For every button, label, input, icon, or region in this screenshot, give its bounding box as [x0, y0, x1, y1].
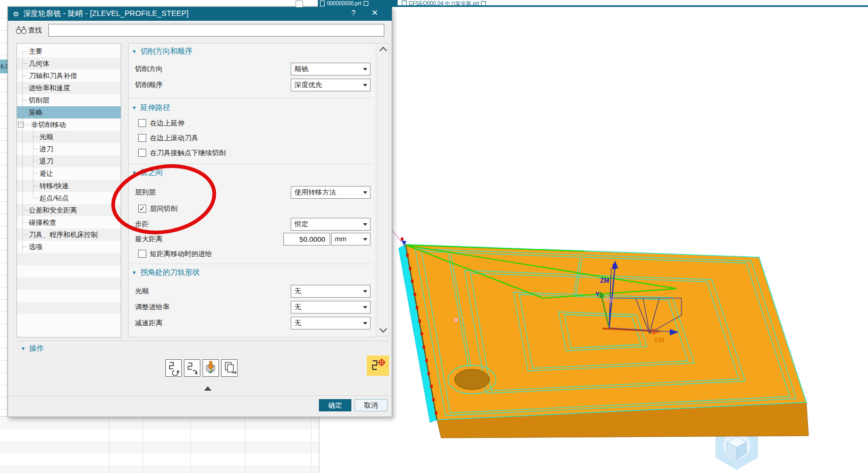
scroll-down-icon[interactable]	[380, 325, 387, 333]
chevron-down-icon	[361, 301, 370, 313]
dropdown-value: mm	[332, 233, 361, 245]
cut-direction-dropdown[interactable]: 顺铣	[291, 63, 370, 75]
stepover-dropdown[interactable]: 恒定	[291, 218, 370, 231]
list-output-icon	[222, 360, 237, 376]
section-title: 延伸路径	[140, 103, 170, 113]
roll-tool-checkbox[interactable]	[138, 134, 146, 142]
tree-collapse-toggle[interactable]: −	[18, 122, 24, 128]
nav-label: 非切削移动	[31, 120, 66, 130]
machined-part	[390, 227, 808, 438]
settings-scrollbar[interactable]	[376, 43, 390, 336]
cancel-button[interactable]: 取消	[355, 399, 387, 411]
chevron-down-icon	[361, 317, 370, 329]
field-label: 最大距离	[135, 233, 163, 246]
ok-button[interactable]: 确定	[319, 399, 351, 411]
nav-label: 避让	[39, 169, 53, 179]
nav-item-geometry[interactable]: 几何体	[17, 57, 121, 70]
checkbox-label: 在边上滚动刀具	[150, 133, 198, 143]
nav-item-strategy-selected[interactable]: 策略	[17, 106, 121, 119]
nav-item-options[interactable]: 选项	[17, 241, 121, 253]
corner-smoothing-dropdown[interactable]: 无	[291, 285, 370, 298]
section-title: 层之间	[140, 168, 163, 178]
part-tab-active[interactable]: 000000000.prt	[318, 0, 398, 7]
help-button[interactable]: ?	[348, 9, 359, 17]
scroll-up-icon[interactable]	[380, 47, 387, 54]
section-operation[interactable]: ▼ 操作	[21, 344, 44, 353]
intra-layer-cut-checkbox[interactable]: ✓	[138, 205, 146, 213]
section-corner-toolpath[interactable]: ▼ 拐角处的刀轨形状	[132, 268, 200, 277]
part-file-icon	[320, 1, 325, 6]
field-label: 切削方向	[135, 63, 163, 75]
slowdown-distance-dropdown[interactable]: 无	[291, 317, 370, 330]
nav-item-machine-control[interactable]: 刀具、程序和机床控制	[17, 229, 121, 241]
sheet-column-line	[245, 417, 246, 473]
list-output-button[interactable]	[221, 359, 238, 377]
close-button[interactable]: ✕	[369, 8, 380, 18]
background-spreadsheet-left-column: 6.0	[0, 6, 8, 416]
verify-icon	[204, 360, 218, 376]
generate-toolpath-button[interactable]	[165, 359, 182, 377]
dialog-nav-tree: 主要 几何体 刀轴和刀具补偿 进给率和速度 切削层 策略 −非切削移动 光顺 进…	[16, 43, 121, 337]
field-label: 光顺	[135, 285, 149, 298]
nav-item-collision-check[interactable]: 碰撞检查	[17, 216, 121, 229]
zlevel-profile-dialog: ⚙ 深度轮廓铣 - 陡峭 - [ZLEVEL_PROFILE_STEEP] ? …	[7, 6, 392, 417]
checkbox-label: 层间切削	[150, 204, 178, 214]
adjust-feed-dropdown[interactable]: 无	[291, 301, 370, 314]
nav-label: 进给率和速度	[29, 83, 70, 93]
nav-item-cut-levels[interactable]: 切削层	[17, 94, 121, 106]
nav-label: 切削层	[29, 96, 49, 105]
section-collapse-icon: ▼	[132, 105, 137, 111]
field-label: 切削顺序	[135, 79, 163, 91]
max-distance-unit-dropdown[interactable]: mm	[331, 233, 370, 246]
chevron-down-icon	[361, 79, 370, 91]
chevron-down-icon	[361, 218, 370, 230]
nav-label: 公差和安全距离	[29, 206, 77, 215]
gear-icon: ⚙	[13, 10, 19, 18]
axis-label-ym: YM	[605, 297, 614, 303]
max-distance-input[interactable]	[283, 233, 330, 246]
nav-label: 选项	[29, 242, 43, 252]
window-tab-bar: 000000000.prt CFSEQ000.04 中刀架安装.prt	[0, 0, 868, 7]
dropdown-value: 顺铣	[291, 63, 361, 75]
dialog-collapse-arrow[interactable]	[204, 386, 212, 391]
nav-item-non-cutting-moves[interactable]: −非切削移动	[17, 119, 121, 131]
nav-item-tool-axis[interactable]: 刀轴和刀具补偿	[17, 70, 121, 82]
section-extend-path[interactable]: ▼ 延伸路径	[132, 103, 170, 113]
cut-below-contact-checkbox[interactable]	[138, 149, 146, 157]
short-move-feed-checkbox[interactable]	[138, 250, 146, 258]
background-spreadsheet	[0, 416, 319, 473]
section-title: 拐角处的刀轨形状	[140, 268, 200, 277]
nav-label: 主要	[29, 47, 43, 56]
nav-label: 转移/快速	[39, 181, 69, 191]
nav-label: 退刀	[39, 157, 53, 166]
section-collapse-icon: ▼	[21, 346, 26, 351]
search-row: 查找	[8, 21, 392, 40]
section-collapse-icon: ▼	[132, 170, 137, 175]
layer-to-layer-dropdown[interactable]: 使用转移方法	[291, 186, 370, 199]
screen: Z ZM Y YM XM 6.0 000000000.prt CFSEQ000.…	[0, 0, 868, 473]
show-toolpath-button-highlighted[interactable]	[367, 356, 389, 376]
dialog-titlebar[interactable]: ⚙ 深度轮廓铣 - 陡峭 - [ZLEVEL_PROFILE_STEEP] ? …	[8, 7, 392, 21]
replay-toolpath-button[interactable]	[184, 359, 200, 377]
section-collapse-icon: ▼	[132, 270, 137, 275]
cut-order-dropdown[interactable]: 深度优先	[291, 79, 370, 91]
section-between-layers[interactable]: ▼ 层之间	[132, 168, 163, 178]
nav-item-tolerance[interactable]: 公差和安全距离	[17, 204, 121, 216]
checkbox-label: 短距离移动时的进给	[150, 249, 212, 259]
dropdown-value: 无	[291, 317, 361, 329]
chevron-down-icon	[361, 63, 370, 75]
nav-item-main[interactable]: 主要	[17, 45, 121, 57]
nav-label: 策略	[29, 108, 43, 117]
extend-at-edges-checkbox[interactable]	[138, 119, 146, 127]
binoculars-icon	[15, 25, 27, 35]
checkbox-label: 在边上延伸	[150, 118, 184, 129]
dropdown-value: 恒定	[291, 218, 361, 230]
nav-label: 进刀	[39, 145, 53, 154]
sheet-column-line	[142, 417, 143, 473]
axis-label-z: Z	[612, 263, 616, 271]
verify-toolpath-button[interactable]	[203, 359, 219, 377]
nav-item-feeds-speeds[interactable]: 进给率和速度	[17, 82, 121, 94]
search-input[interactable]	[48, 24, 384, 37]
section-cut-direction[interactable]: ▼ 切削方向和顺序	[132, 47, 192, 56]
nav-label: 几何体	[29, 59, 49, 69]
